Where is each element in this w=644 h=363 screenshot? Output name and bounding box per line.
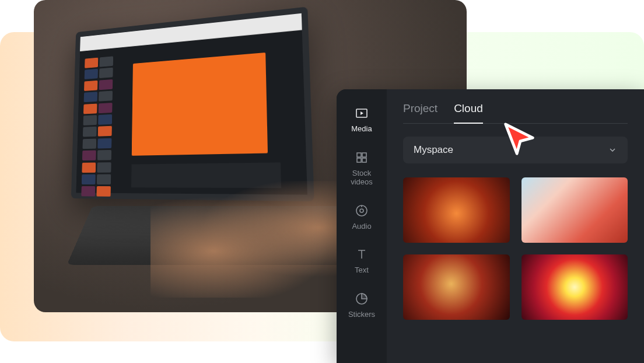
thumb-rose[interactable] [403, 177, 510, 243]
svg-rect-2 [362, 153, 366, 157]
svg-rect-1 [357, 153, 361, 157]
svg-rect-3 [357, 158, 361, 162]
svg-rect-4 [362, 158, 366, 162]
rail-item-stock-videos[interactable]: Stock videos [351, 150, 373, 187]
rail-item-label: Text [355, 266, 369, 275]
media-panel: Media Stock videos Audio Text Stickers [337, 89, 644, 363]
rail-item-label: Stock videos [351, 169, 373, 187]
text-icon [354, 247, 369, 262]
laptop-screen [71, 6, 314, 201]
rail-item-text[interactable]: Text [354, 247, 369, 275]
svg-point-6 [360, 209, 363, 212]
rail-item-label: Media [351, 124, 372, 134]
hands [150, 181, 360, 298]
thumb-portrait[interactable] [403, 254, 510, 320]
browser-chrome [80, 13, 302, 51]
thumbnail-grid [403, 177, 628, 320]
stickers-icon [354, 291, 369, 306]
tab-label: Project [403, 102, 438, 114]
panel-main: Project Cloud Myspace [387, 89, 644, 363]
space-dropdown[interactable]: Myspace [403, 137, 628, 163]
tab-label: Cloud [454, 102, 483, 114]
tab-project[interactable]: Project [403, 102, 438, 123]
media-icon [354, 106, 369, 121]
audio-icon [354, 203, 369, 218]
rail-item-audio[interactable]: Audio [352, 203, 371, 231]
tab-cloud[interactable]: Cloud [454, 102, 483, 123]
left-rail: Media Stock videos Audio Text Stickers [337, 89, 387, 363]
chevron-down-icon [608, 145, 617, 155]
tabs: Project Cloud [403, 102, 628, 124]
dropdown-selected: Myspace [414, 144, 453, 156]
rail-item-stickers[interactable]: Stickers [348, 291, 375, 319]
editor-canvas [132, 53, 268, 156]
thumb-smoke[interactable] [522, 177, 628, 243]
editor-thumbnail-strip [80, 53, 130, 199]
rail-item-label: Stickers [348, 310, 375, 319]
rail-item-label: Audio [352, 222, 371, 231]
rail-item-media[interactable]: Media [351, 106, 372, 134]
stock-icon [354, 150, 369, 165]
thumb-flower[interactable] [522, 254, 628, 320]
